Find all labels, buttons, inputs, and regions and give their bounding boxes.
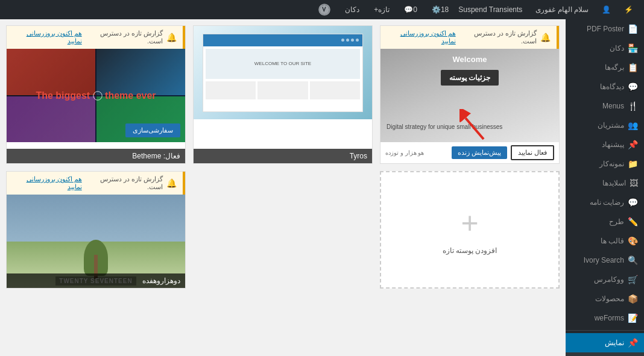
notice-text-3: گزارش تازه در دسترس است. — [86, 30, 163, 45]
sidebar-item-themes[interactable]: 🎨 قالب ها — [566, 231, 644, 251]
betheme-thumbnail: The biggest theme ever سفارشی‌سازی — [7, 49, 185, 142]
menus-label: Menus — [602, 102, 624, 110]
pages-icon: 📋 — [628, 63, 638, 72]
sidebar-item-design[interactable]: ✏️ طرح — [566, 212, 644, 231]
tyros-body: WELCOME TO OUR SITE — [203, 46, 362, 102]
themes-grid: 🔔 گزارش تازه در دسترس است. هم اکنون بروز… — [6, 25, 560, 289]
welcome-text: Welcome — [380, 55, 559, 64]
products-label: محصولات — [595, 295, 624, 303]
ivory-search-icon: 🔍 — [628, 255, 638, 265]
woo-icon: 🛒 — [628, 275, 638, 284]
betheme-name: فعال: Betheme — [132, 152, 180, 160]
sidebar-item-samples[interactable]: 📁 نمونه‌کار — [566, 154, 644, 173]
pdf-poster-icon: 📄 — [628, 24, 638, 34]
dokan-icon: 🏪 — [628, 43, 638, 53]
themes-label: قالب ها — [601, 237, 624, 245]
notice-bar-1: 🔔 گزارش تازه در دسترس است. هم اکنون بروز… — [380, 26, 559, 49]
tyros-hero: WELCOME TO OUR SITE — [206, 49, 360, 79]
customers-icon: 👥 — [628, 120, 638, 130]
sidebar-item-slides[interactable]: 🖼 اسلایدها — [566, 173, 644, 193]
post-details-button[interactable]: جزئیات پوسته — [441, 70, 499, 86]
theme-card-twentyseventeen: 🔔 گزارش تازه در دسترس است. هم اکنون بروز… — [6, 171, 186, 289]
notice-link-3[interactable]: هم اکنون بروزرسانی نمایید — [13, 30, 82, 45]
svg-line-2 — [466, 118, 484, 139]
notice-text-1: گزارش تازه در دسترس است. — [459, 30, 537, 45]
menu-divider — [566, 330, 644, 331]
svg-point-3 — [93, 92, 101, 100]
twentyseventeen-name: دوهزاروهفده — [142, 276, 180, 285]
sidebar-item-weforms[interactable]: 📝 weForms — [566, 308, 644, 328]
main-content: 🔔 گزارش تازه در دسترس است. هم اکنون بروز… — [0, 19, 566, 356]
sidebar-item-pages[interactable]: 📋 برگه‌ها — [566, 58, 644, 77]
sidebar-item-menus[interactable]: 🍴 Menus — [566, 96, 644, 116]
notice-icon-3: 🔔 — [166, 33, 177, 42]
theme-1-actions: فعال نمایید پیش‌نمایش زنده هو هزار و توز… — [380, 142, 559, 163]
theme-card-tyros: WELCOME TO OUR SITE Tyros — [193, 25, 373, 164]
sidebar-item-customers[interactable]: 👥 مشتریان — [566, 116, 644, 135]
notice-icon-1: 🔔 — [540, 33, 551, 42]
tyros-nav — [341, 39, 359, 42]
user-avatar[interactable]: 👤 — [597, 0, 616, 19]
sidebar-item-comments[interactable]: 💬 دیدگاه‌ها — [566, 77, 644, 96]
pages-label: برگه‌ها — [605, 63, 624, 72]
sidebar-item-woocommerce[interactable]: 🛒 ووکامرس — [566, 270, 644, 289]
design-icon: ✏️ — [628, 217, 638, 226]
theme-card-first: 🔔 گزارش تازه در دسترس است. هم اکنون بروز… — [380, 25, 560, 164]
customize-betheme-btn[interactable]: سفارشی‌سازی — [125, 123, 180, 137]
betheme-name-bar: فعال: Betheme — [7, 149, 185, 163]
comments-label: دیدگاه‌ها — [600, 83, 624, 91]
theme-card-betheme: 🔔 گزارش تازه در دسترس است. هم اکنون بروز… — [6, 25, 186, 164]
sidebar-item-dokan[interactable]: 🏪 دکان — [566, 39, 644, 58]
preview-button-1[interactable]: پیش‌نمایش زنده — [452, 146, 507, 159]
site-name[interactable]: دکان — [340, 0, 364, 19]
suggestions-label: پیشنهاد — [602, 140, 624, 149]
notice-link-1[interactable]: هم اکنون بروزرسانی نمایید — [387, 30, 456, 45]
tyros-grid — [206, 81, 360, 99]
customers-label: مشتریان — [598, 121, 624, 130]
comments-icon: 💬 — [628, 82, 638, 92]
woo-label: ووکامرس — [594, 275, 624, 284]
suggestions-icon: 📌 — [628, 140, 638, 149]
admin-sidebar: 📄 PDF Poster 🏪 دکان 📋 برگه‌ها 💬 دیدگاه‌ه… — [566, 19, 644, 356]
new-item[interactable]: + تازه — [369, 0, 394, 19]
dokan-label: دکان — [610, 44, 624, 52]
sidebar-item-pdf-poster[interactable]: 📄 PDF Poster — [566, 19, 644, 39]
ivory-search-label: Ivory Search — [584, 256, 624, 264]
empty-space — [193, 171, 373, 289]
sidebar-item-suggestions[interactable]: 📌 پیشنهاد — [566, 135, 644, 154]
samples-icon: 📁 — [628, 159, 638, 169]
tyros-inner: WELCOME TO OUR SITE — [203, 34, 363, 112]
submenu-themes[interactable]: پوسته‌ها — [566, 352, 644, 356]
sidebar-item-ivory-search[interactable]: 🔍 Ivory Search — [566, 251, 644, 270]
satisfaction-label: رضایت نامه — [590, 198, 624, 207]
satisfaction-icon: 💬 — [628, 198, 638, 207]
slides-label: اسلایدها — [602, 179, 626, 187]
slides-icon: 🖼 — [630, 178, 638, 188]
admin-bar: دکان + تازه 💬 0 ⚙️ 18 Suspend Transients… — [0, 0, 644, 19]
sidebar-item-appearance[interactable]: 📌 نمایش — [566, 333, 644, 352]
activate-button-1[interactable]: فعال نمایید — [511, 145, 554, 160]
wp-logo[interactable] — [314, 0, 335, 19]
add-theme-card[interactable]: + افزودن پوسته تازه — [380, 171, 560, 289]
samples-label: نمونه‌کار — [599, 160, 624, 168]
comments-btn[interactable]: 💬 0 — [399, 0, 422, 19]
weforms-label: weForms — [595, 314, 624, 322]
appearance-icon: 📌 — [628, 338, 638, 348]
notice-bar-3: 🔔 گزارش تازه در دسترس است. هم اکنون بروز… — [7, 26, 185, 49]
sidebar-item-satisfaction[interactable]: 💬 رضایت نامه — [566, 193, 644, 212]
sidebar-item-products[interactable]: 📦 محصولات — [566, 289, 644, 308]
red-arrow — [459, 109, 490, 144]
notice-icon-6: 🔔 — [166, 178, 177, 188]
suspend-transients[interactable]: Suspend Transients — [453, 0, 527, 19]
updates-btn[interactable]: ⚙️ 18 — [427, 0, 453, 19]
notice-link-6[interactable]: هم اکنون بروزرسانی نمایید — [13, 175, 82, 191]
appearance-label: نمایش — [605, 339, 624, 347]
design-label: طرح — [609, 217, 624, 226]
user-greeting[interactable]: سلام الهام غفوری — [531, 0, 593, 19]
pdf-poster-label: PDF Poster — [587, 25, 624, 33]
betheme-tagline: The biggest theme ever — [36, 90, 156, 101]
tyros-name: Tyros — [350, 152, 367, 160]
thousand-label: هو هزار و توزده — [385, 149, 424, 156]
weforms-icon: 📝 — [628, 313, 638, 323]
twentyseventeen-name-bar: دوهزاروهفده — [7, 273, 185, 288]
